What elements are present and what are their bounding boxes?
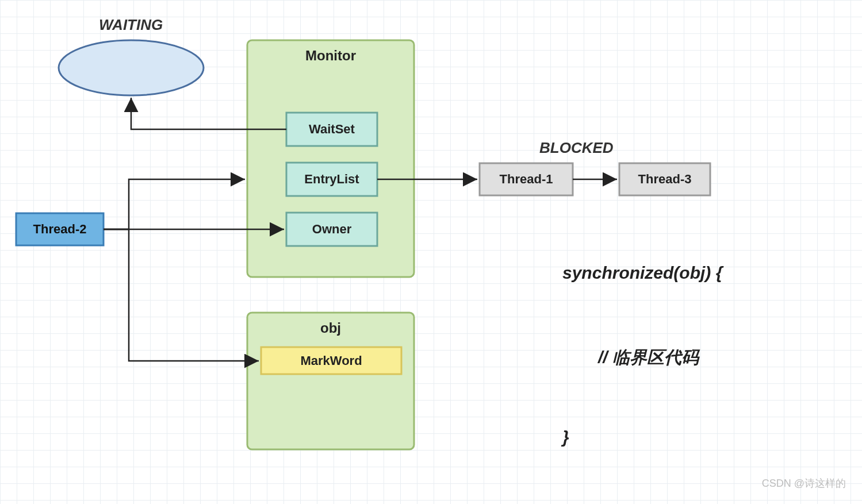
code-line1: synchronized(obj) {: [562, 263, 722, 283]
arrow-thread2-to-entrylist: [104, 179, 245, 229]
waitset-text: WaitSet: [286, 113, 377, 146]
code-line3: }: [562, 428, 569, 447]
watermark: CSDN @诗这样的: [762, 476, 846, 490]
waiting-label: WAITING: [99, 16, 163, 34]
thread3-text: Thread-3: [619, 163, 710, 195]
arrow-thread2-to-markword: [104, 229, 259, 361]
thread1-text: Thread-1: [480, 163, 573, 195]
diagram-canvas: WAITING BLOCKED Monitor WaitSet EntryLis…: [0, 0, 862, 504]
thread2-text: Thread-2: [16, 213, 104, 245]
waiting-ellipse: [59, 40, 204, 95]
code-line2: // 临界区代码: [598, 346, 699, 370]
monitor-title: Monitor: [247, 47, 414, 64]
markword-text: MarkWord: [261, 347, 401, 374]
owner-text: Owner: [286, 213, 377, 246]
blocked-label: BLOCKED: [539, 139, 614, 157]
svg-layer: [0, 0, 862, 504]
entrylist-text: EntryList: [286, 163, 377, 196]
obj-title: obj: [247, 320, 414, 337]
